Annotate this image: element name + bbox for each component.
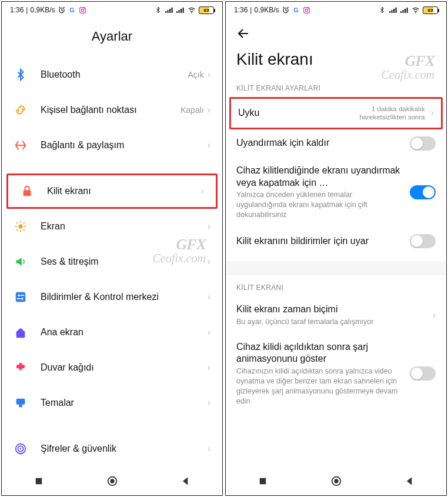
chevron-right-icon: › (431, 108, 434, 118)
row-security[interactable]: Şifreler & güvenlik › (2, 431, 222, 466)
toggle-switch[interactable] (410, 185, 436, 199)
row-value: Kapalı (180, 105, 204, 115)
row-display[interactable]: Ekran › (2, 209, 222, 244)
toggle-switch[interactable] (410, 366, 436, 381)
row-bluetooth[interactable]: Bluetooth Açık › (2, 57, 222, 92)
flower-icon (14, 361, 28, 375)
wifi-icon (412, 6, 420, 14)
svg-point-31 (308, 8, 309, 9)
row-wallpaper[interactable]: Duvar kağıdı › (2, 350, 222, 385)
row-label: Duvar kağıdı (41, 362, 208, 373)
bluetooth-status-icon (154, 6, 162, 14)
row-label: Bildirimler & Kontrol merkezi (41, 292, 208, 302)
nav-home[interactable] (330, 475, 343, 488)
brush-icon (14, 396, 28, 410)
back-button[interactable] (236, 28, 250, 44)
row-label: Kilit ekranı (47, 186, 201, 196)
item-desc: Bu ayar, üçüncü taraf temalarla çalışmıy… (236, 317, 427, 327)
item-clock-format[interactable]: Kilit ekranı zaman biçimi Bu ayar, üçünc… (226, 296, 446, 334)
alarm-icon (282, 6, 290, 14)
page-title: Ayarlar (2, 29, 222, 44)
svg-rect-41 (259, 478, 266, 485)
topbar (226, 18, 446, 46)
chevron-right-icon: › (208, 256, 210, 267)
item-double-tap[interactable]: Cihaz kilitlendiğinde ekranı uyandırmak … (226, 158, 446, 227)
item-label: Cihaz kilitlendiğinde ekranı uyandırmak … (236, 165, 404, 189)
svg-rect-5 (168, 10, 169, 13)
instagram-icon (303, 6, 311, 14)
google-icon: G (292, 6, 300, 14)
toggles-icon (14, 290, 28, 304)
svg-rect-13 (24, 190, 31, 196)
svg-point-14 (18, 224, 22, 228)
status-time: 1:36 (10, 6, 24, 14)
chevron-right-icon: › (208, 327, 210, 338)
svg-rect-33 (392, 10, 393, 13)
battery-icon: 69 (423, 6, 438, 14)
row-sound[interactable]: Ses & titreşim › (2, 244, 222, 279)
nav-back[interactable] (403, 475, 416, 488)
chevron-right-icon: › (208, 69, 210, 80)
row-value: Açık (188, 70, 203, 79)
nav-recents[interactable] (256, 475, 269, 488)
item-charge-anim[interactable]: Cihaz kilidi açıldıktan sonra şarj anima… (226, 334, 446, 413)
svg-point-18 (21, 298, 24, 300)
svg-point-43 (334, 479, 338, 483)
row-home[interactable]: Ana ekran › (2, 315, 222, 350)
speaker-icon (14, 255, 28, 269)
svg-point-16 (18, 294, 20, 296)
page-title: Kilit ekranı (226, 46, 446, 82)
status-bar: 1:36 | 0,9KB/s G (226, 2, 446, 18)
status-time: 1:36 (234, 6, 248, 14)
item-label: Cihaz kilidi açıldıktan sonra şarj anima… (236, 341, 404, 366)
item-raise-to-wake[interactable]: Uyandırmak için kaldır (226, 129, 446, 158)
nav-back[interactable] (179, 475, 192, 488)
row-themes[interactable]: Temalar › (2, 385, 222, 421)
chevron-right-icon: › (208, 398, 210, 408)
svg-rect-39 (407, 8, 408, 13)
nav-recents[interactable] (32, 475, 45, 488)
item-sleep[interactable]: Uyku 1 dakika dakikalık hareketsizlikten… (231, 99, 441, 128)
row-hotspot[interactable]: Kişisel bağlantı noktası Kapalı › (2, 92, 222, 128)
nav-home[interactable] (106, 475, 119, 488)
highlight-box: Kilit ekranı › (6, 174, 218, 209)
toggle-switch[interactable] (410, 136, 436, 151)
wifi-icon (188, 6, 196, 14)
svg-rect-9 (179, 10, 180, 13)
item-label: Kilit ekranı zaman biçimi (236, 303, 427, 316)
svg-rect-35 (396, 8, 397, 13)
bluetooth-icon (14, 68, 28, 82)
nav-bar (226, 467, 446, 495)
chevron-right-icon: › (433, 310, 436, 321)
row-label: Bağlantı & paylaşım (41, 140, 208, 151)
svg-point-40 (415, 12, 416, 14)
status-speed: 0,9KB/s (30, 6, 55, 14)
item-value: 1 dakika dakikalık hareketsizlikten sonr… (355, 105, 425, 122)
page-title-row: Ayarlar (2, 18, 222, 57)
chevron-right-icon: › (208, 362, 210, 373)
row-lockscreen[interactable]: Kilit ekranı › (8, 175, 216, 207)
toggle-switch[interactable] (410, 234, 436, 248)
svg-point-2 (81, 9, 83, 11)
chevron-right-icon: › (208, 443, 210, 454)
home-icon (14, 325, 28, 339)
share-icon (14, 138, 28, 152)
svg-rect-19 (17, 298, 21, 299)
signal-icon (165, 6, 173, 14)
lock-icon (20, 184, 34, 198)
row-label: Bluetooth (41, 69, 188, 80)
svg-rect-1 (80, 7, 86, 13)
row-tethering[interactable]: Bağlantı & paylaşım › (2, 128, 222, 163)
svg-rect-37 (403, 10, 404, 13)
row-notifications[interactable]: Bildirimler & Kontrol merkezi › (2, 279, 222, 315)
svg-rect-10 (180, 9, 182, 13)
chevron-right-icon: › (208, 140, 210, 151)
svg-rect-25 (35, 478, 42, 485)
svg-rect-8 (176, 11, 178, 13)
signal-icon-2 (176, 6, 185, 14)
battery-icon: 69 (199, 6, 214, 14)
svg-rect-32 (389, 11, 390, 13)
svg-rect-20 (16, 399, 25, 405)
item-wake-for-notif[interactable]: Kilit ekranını bildirimler için uyar (226, 227, 446, 255)
svg-rect-15 (16, 292, 26, 302)
